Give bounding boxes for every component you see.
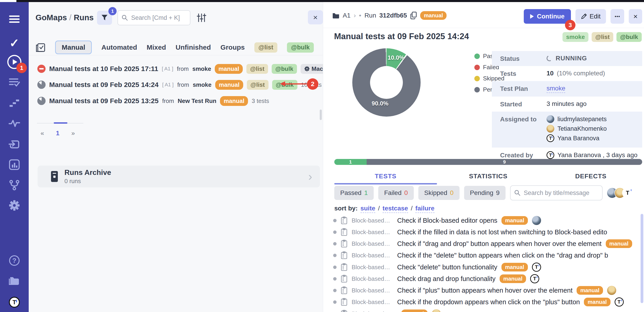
test-suite: Block-based… [352, 264, 393, 271]
edit-button[interactable]: Edit [576, 9, 606, 24]
sidebar-item-activity[interactable] [0, 119, 29, 128]
avatar: T [546, 134, 554, 142]
test-row[interactable]: Block-based… Check if the filled in data… [333, 226, 640, 238]
badge-manual: manual [606, 239, 632, 248]
filter-passed[interactable]: Passed1 [334, 186, 374, 200]
sidebar-item-projects[interactable] [0, 276, 29, 286]
run-breadcrumb: A1 › • Run 312dfb65 manual [332, 11, 446, 20]
app-root: ✓ 1 [0, 0, 644, 312]
runs-archive-card[interactable]: Runs Archive 0 runs › [38, 166, 320, 188]
assignee: TYana Baranova [546, 134, 607, 142]
continue-button[interactable]: Continue [524, 9, 571, 24]
run-source: smoke [192, 65, 211, 72]
clipboard-icon [341, 263, 348, 271]
sidebar-item-test-plans[interactable] [0, 77, 29, 87]
test-row[interactable]: Block-based… Check if the dropdown appea… [333, 296, 640, 308]
hamburger-menu-icon[interactable] [0, 14, 29, 24]
tab-automated[interactable]: Automated [101, 44, 137, 51]
pagination-thumb[interactable] [54, 122, 68, 124]
bullet-icon: • [359, 12, 362, 19]
sidebar-item-testcases[interactable]: ✓ [0, 36, 29, 50]
test-title: Check if the filled in data is not lost … [397, 228, 607, 236]
sidebar-item-integrations[interactable] [0, 180, 29, 190]
import-box-icon [9, 139, 20, 150]
left-scrollbar-thumb[interactable] [320, 110, 322, 120]
pagination-page-1[interactable]: 1 [56, 130, 60, 137]
donut-passed-label: 10.0% [388, 54, 404, 61]
tab-groups[interactable]: Groups [220, 44, 245, 51]
copy-icon[interactable] [410, 12, 417, 19]
pagination-prev[interactable]: « [40, 130, 44, 137]
sidebar-item-milestones[interactable] [0, 98, 29, 108]
clipboard-check-icon[interactable] [36, 42, 46, 52]
funnel-icon [101, 14, 108, 21]
breadcrumb-suite[interactable]: A1 [343, 12, 350, 19]
chevron-right-icon: › [308, 170, 312, 183]
test-plan-link[interactable]: smoke [546, 85, 565, 93]
test-row[interactable]: Block-based… Check if "drag and drop" bu… [333, 238, 640, 250]
tests-search-input[interactable] [524, 190, 598, 196]
assignee: TetianaKhomenko [546, 125, 607, 132]
test-row[interactable]: Block-based… Check "delete" button funct… [333, 261, 640, 273]
tab-unfinished[interactable]: Unfinished [176, 44, 211, 51]
progress-passed-segment: 1 [334, 159, 367, 165]
run-source: New Test Run [178, 98, 216, 104]
tag-filter-bulk[interactable]: @bulk [287, 42, 314, 52]
test-row[interactable]: Block-based… Check drag and drop functio… [333, 273, 640, 285]
sort-by-failure[interactable]: failure [415, 205, 434, 213]
test-row[interactable]: Block-based… manual [333, 308, 640, 312]
git-branch-icon [9, 180, 20, 190]
status-dot [333, 266, 336, 269]
breadcrumb-project[interactable]: GoMaps [36, 13, 67, 22]
filter-skipped[interactable]: Skipped0 [418, 186, 460, 200]
filter-pending[interactable]: Pending9 [464, 186, 506, 200]
more-button[interactable]: ••• [610, 9, 624, 24]
divider [29, 55, 323, 55]
clipboard-icon [341, 310, 348, 312]
tab-mixed[interactable]: Mixed [147, 44, 166, 51]
avatar: T [622, 188, 633, 198]
user-avatar-button[interactable]: T [0, 297, 29, 308]
created-value: Yana Baranova , 3 days ago [558, 152, 638, 159]
sidebar-item-reports[interactable] [0, 159, 29, 170]
run-from-label: from [177, 65, 189, 72]
test-row[interactable]: Block-based… Check if the "delete" butto… [333, 249, 640, 261]
sidebar-item-settings[interactable] [0, 200, 29, 211]
window-top-bar [16, 0, 644, 2]
tab-defects[interactable]: DEFECTS [540, 170, 642, 184]
close-detail-button[interactable]: × [629, 9, 642, 24]
adjustments-icon[interactable] [197, 13, 206, 24]
sidebar-item-help[interactable]: ? [0, 255, 29, 266]
run-in-progress-icon [37, 97, 46, 105]
pagination-next[interactable]: » [71, 130, 75, 137]
tag-filter-list[interactable]: @list [254, 42, 277, 52]
search-input[interactable] [131, 14, 186, 22]
tab-statistics[interactable]: STATISTICS [437, 170, 540, 184]
failed-dot [474, 65, 480, 70]
sort-by-testcase[interactable]: testcase [382, 205, 408, 213]
passed-dot [474, 54, 480, 59]
sort-label: sort by: [334, 205, 358, 212]
progress-pending-segment: 9 [367, 159, 642, 165]
badge-manual: manual [502, 216, 528, 225]
status-dot [333, 300, 336, 304]
test-suite: Block-based… [352, 298, 393, 306]
run-id: 312dfb65 [380, 12, 407, 19]
run-list-item[interactable]: Manual tests at 09 Feb 2025 14:24 [ A1 ]… [37, 78, 322, 91]
filter-failed[interactable]: Failed0 [378, 186, 414, 200]
tab-manual[interactable]: Manual [55, 40, 92, 54]
run-list-item[interactable]: Manual tests at 09 Feb 2025 13:25 from N… [37, 94, 269, 107]
run-ref: [ A1 ] [162, 66, 173, 72]
search-icon [514, 190, 520, 196]
test-title: Check if "plus" button appears when hove… [397, 287, 572, 294]
sidebar-item-imports[interactable] [0, 139, 29, 150]
assignee-avatar-stack[interactable]: T [610, 188, 633, 198]
test-row[interactable]: Block-based… Check if "plus" button appe… [333, 284, 640, 296]
tab-tests[interactable]: TESTS [334, 170, 437, 184]
sort-by-suite[interactable]: suite [360, 205, 375, 213]
runs-filter-tabs: Manual Automated Mixed Unfinished Groups… [36, 40, 314, 54]
close-panel-button[interactable]: × [308, 10, 323, 24]
right-scrollbar-thumb[interactable] [640, 214, 643, 303]
test-row[interactable]: Block-based… Check if Block-based editor… [333, 214, 640, 226]
clipboard-icon [341, 298, 348, 306]
